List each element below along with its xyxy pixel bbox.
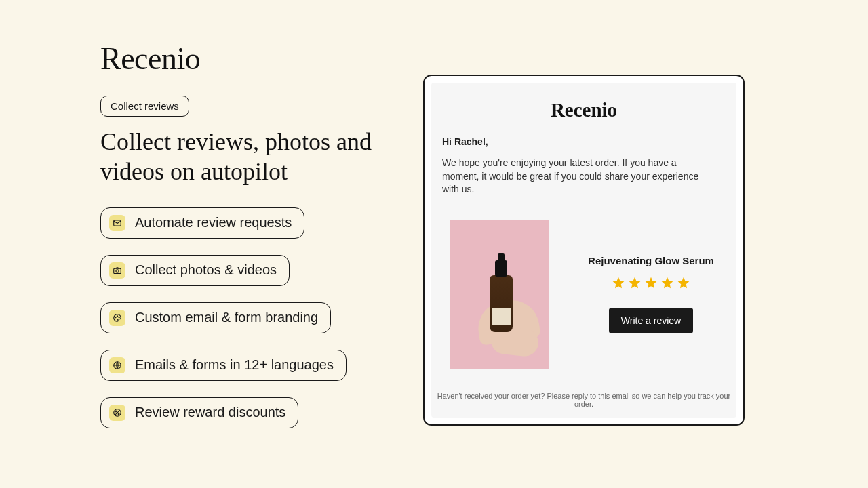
svg-point-2 [116, 270, 119, 272]
camera-icon [109, 262, 125, 279]
svg-point-9 [118, 413, 119, 415]
star-icon [628, 276, 642, 289]
feature-custom-branding[interactable]: Custom email & form branding [100, 302, 331, 333]
email-preview-card: Recenio Hi Rachel, We hope you're enjoyi… [423, 75, 745, 426]
star-icon [677, 276, 690, 289]
svg-point-5 [119, 317, 119, 317]
feature-label: Review reward discounts [135, 405, 285, 420]
mail-icon [109, 215, 125, 231]
star-icon [660, 276, 674, 289]
headline: Collect reviews, photos and videos on au… [100, 127, 392, 187]
svg-rect-1 [114, 268, 121, 274]
product-name: Rejuvenating Glow Serum [576, 255, 726, 266]
email-product-row: Rejuvenating Glow Serum Write a review [442, 220, 726, 369]
svg-point-3 [115, 317, 116, 317]
email-body: We hope you're enjoying your latest orde… [442, 157, 700, 197]
product-image [450, 220, 549, 369]
collect-reviews-badge: Collect reviews [100, 96, 189, 117]
feature-label: Automate review requests [135, 215, 292, 230]
feature-multilanguage[interactable]: Emails & forms in 12+ languages [100, 350, 347, 381]
email-footer-note: Haven't received your order yet? Please … [431, 392, 736, 408]
star-icon [644, 276, 658, 289]
feature-collect-photos-videos[interactable]: Collect photos & videos [100, 255, 290, 286]
feature-reward-discounts[interactable]: Review reward discounts [100, 397, 298, 428]
write-review-button[interactable]: Write a review [609, 308, 693, 333]
rating-stars [612, 276, 690, 289]
feature-automate-review-requests[interactable]: Automate review requests [100, 207, 304, 239]
email-greeting: Hi Rachel, [442, 136, 726, 147]
svg-point-8 [115, 411, 117, 412]
star-icon [612, 276, 625, 289]
percent-icon [109, 405, 125, 421]
feature-label: Collect photos & videos [135, 262, 277, 278]
svg-point-4 [117, 316, 117, 317]
palette-icon [109, 310, 125, 326]
feature-label: Custom email & form branding [135, 310, 318, 325]
globe-icon [109, 357, 125, 373]
feature-list: Automate review requests Collect photos … [100, 207, 392, 428]
feature-label: Emails & forms in 12+ languages [135, 357, 334, 373]
brand-title: Recenio [100, 41, 392, 77]
email-brand: Recenio [442, 99, 726, 121]
